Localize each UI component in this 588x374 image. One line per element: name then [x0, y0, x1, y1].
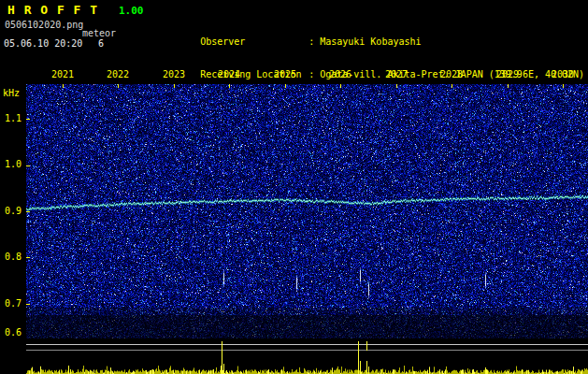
time-tick-label: 2030 [552, 69, 574, 79]
time-tick-label: 2022 [107, 69, 129, 79]
time-tick-label: 2024 [218, 69, 240, 79]
app-title: H R O F F T [7, 3, 98, 17]
time-tick-label: 2028 [440, 69, 463, 79]
output-filename: 0506102020.png [5, 20, 83, 30]
colon: : [308, 68, 314, 80]
colon: : [308, 36, 314, 48]
freq-tick-label: 0.7 [5, 298, 22, 309]
meteor-count: 6 [98, 38, 104, 49]
datetime-label: 05.06.10 20:20 [4, 38, 82, 49]
app-version: 1.00 [119, 5, 144, 17]
hrofft-window: H R O F F T 1.00 0506102020.png meteor 0… [0, 0, 588, 374]
time-tick-label: 2021 [51, 69, 74, 79]
time-tick-label: 2023 [163, 69, 185, 79]
time-tick-label: 2025 [274, 69, 296, 79]
time-tick-label: 2026 [329, 69, 351, 79]
info-label: Observer [200, 36, 308, 48]
freq-tick-label: 0.9 [5, 206, 22, 216]
freq-tick-label: 1.0 [5, 159, 22, 169]
mode-label: meteor [82, 28, 116, 38]
info-value: Masayuki Kobayashi [320, 36, 421, 47]
time-tick-label: 2029 [496, 69, 519, 79]
time-tick-label: 2027 [385, 69, 408, 79]
info-row-observer: Observer:Masayuki Kobayashi [166, 23, 584, 36]
freq-axis-unit: kHz [3, 88, 20, 98]
info-row-location: Receiving Location:Ogata-vill. Akita-Pre… [166, 56, 584, 68]
freq-tick-label: 0.6 [5, 327, 22, 338]
freq-tick-label: 1.1 [5, 113, 22, 123]
freq-tick-label: 0.8 [5, 252, 22, 262]
spectrogram-canvas [26, 84, 588, 338]
signal-level-canvas [26, 338, 588, 374]
